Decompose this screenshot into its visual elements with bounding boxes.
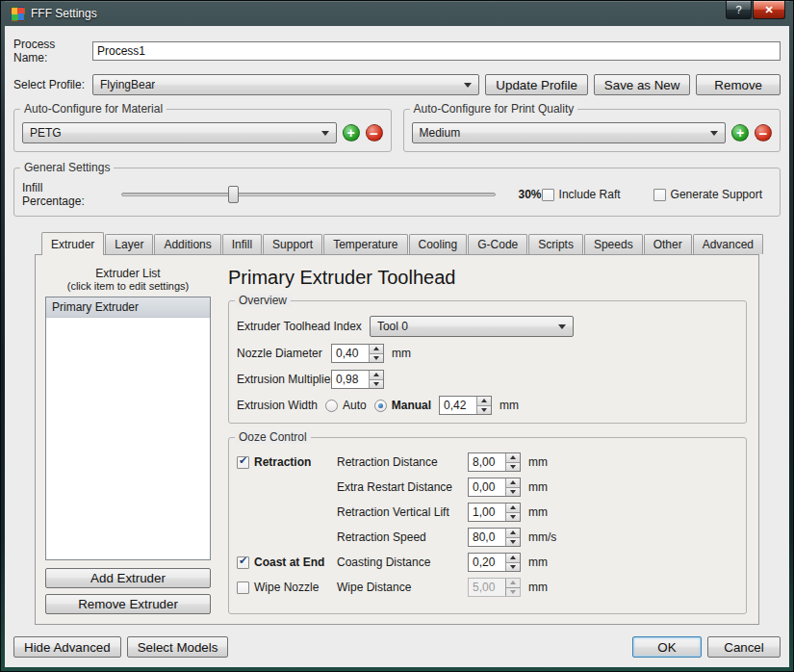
- spin-up-button[interactable]: [506, 453, 520, 462]
- tab-gcode[interactable]: G-Code: [468, 234, 527, 254]
- arrow-up-icon: [373, 373, 379, 376]
- add-extruder-button[interactable]: Add Extruder: [45, 568, 211, 588]
- extra-restart-distance-label: Extra Restart Distance: [337, 480, 468, 494]
- extruder-listbox[interactable]: Primary Extruder: [45, 297, 211, 560]
- update-profile-button[interactable]: Update Profile: [485, 74, 587, 95]
- extrusion-multiplier-spinbox[interactable]: 0,98: [331, 370, 384, 389]
- extrusion-multiplier-label: Extrusion Multiplier: [237, 373, 331, 386]
- spin-down-button[interactable]: [506, 462, 520, 472]
- unit-label: mm: [392, 347, 411, 360]
- plus-icon: +: [736, 126, 744, 140]
- close-button[interactable]: ✕: [753, 1, 785, 19]
- plus-icon: +: [346, 126, 354, 140]
- extrusion-width-auto-radio[interactable]: Auto: [325, 399, 367, 412]
- arrow-up-icon: [510, 530, 516, 534]
- remove-profile-button[interactable]: Remove: [696, 74, 781, 95]
- extruder-list-column: Extruder List (click item to edit settin…: [45, 267, 211, 614]
- retraction-speed-spinbox[interactable]: 80,0: [468, 528, 521, 547]
- tab-support[interactable]: Support: [263, 234, 322, 254]
- list-item[interactable]: Primary Extruder: [46, 297, 210, 318]
- tab-layer[interactable]: Layer: [105, 234, 153, 254]
- infill-slider-handle[interactable]: [228, 186, 239, 203]
- hide-advanced-button[interactable]: Hide Advanced: [13, 636, 121, 658]
- retraction-vertical-lift-spinbox[interactable]: 1,00: [468, 503, 521, 522]
- tab-advanced[interactable]: Advanced: [693, 234, 763, 254]
- fff-settings-window: FFF Settings ? ✕ Process Name: Select Pr…: [0, 0, 794, 672]
- auto-material-group: Auto-Configure for Material PETG + −: [13, 109, 392, 152]
- select-profile-label: Select Profile:: [13, 78, 87, 91]
- tab-scripts[interactable]: Scripts: [528, 234, 583, 254]
- spin-up-button[interactable]: [506, 529, 520, 537]
- retraction-checkbox[interactable]: ✔ Retraction: [237, 455, 337, 469]
- arrow-up-icon: [373, 347, 379, 350]
- tab-extruder[interactable]: Extruder: [41, 232, 104, 255]
- toolhead-index-select[interactable]: Tool 0: [370, 316, 574, 337]
- extra-restart-distance-spinbox[interactable]: 0,00: [468, 478, 521, 497]
- nozzle-diameter-spinbox[interactable]: 0,40: [331, 344, 384, 363]
- unit-label: mm: [528, 505, 548, 519]
- cancel-button[interactable]: Cancel: [707, 636, 781, 658]
- tab-infill[interactable]: Infill: [222, 234, 262, 254]
- auto-quality-title: Auto-Configure for Print Quality: [410, 102, 578, 116]
- quality-select[interactable]: Medium: [412, 122, 727, 143]
- spin-up-button[interactable]: [370, 345, 383, 353]
- coast-at-end-checkbox[interactable]: ✔ Coast at End: [237, 556, 337, 569]
- chevron-down-icon: [464, 83, 472, 88]
- minus-icon: −: [759, 126, 768, 141]
- material-select[interactable]: PETG: [22, 122, 337, 143]
- remove-extruder-button[interactable]: Remove Extruder: [45, 594, 211, 614]
- remove-material-button[interactable]: −: [366, 124, 383, 142]
- retraction-distance-spinbox[interactable]: 8,00: [468, 452, 521, 472]
- spin-up-button[interactable]: [506, 478, 520, 487]
- overview-title: Overview: [235, 294, 291, 307]
- spin-down-button[interactable]: [506, 562, 520, 572]
- coasting-distance-spinbox[interactable]: 0,20: [468, 553, 521, 572]
- spin-down-button[interactable]: [370, 353, 383, 363]
- coasting-distance-label: Coasting Distance: [337, 556, 468, 569]
- infill-slider[interactable]: [121, 185, 496, 204]
- add-quality-button[interactable]: +: [731, 124, 749, 142]
- toolhead-index-label: Extruder Toolhead Index: [237, 320, 362, 333]
- add-material-button[interactable]: +: [343, 124, 360, 142]
- spin-down-button: [506, 587, 520, 597]
- radio-circle: [325, 400, 338, 412]
- retraction-vertical-lift-label: Retraction Vertical Lift: [337, 505, 468, 519]
- ooze-control-group: Ooze Control ✔ Retraction Retraction Dis…: [228, 437, 747, 614]
- save-as-new-button[interactable]: Save as New: [594, 74, 691, 95]
- tab-other[interactable]: Other: [644, 234, 692, 254]
- select-models-button[interactable]: Select Models: [127, 636, 229, 658]
- general-settings-title: General Settings: [20, 161, 114, 174]
- tab-temperature[interactable]: Temperature: [323, 234, 407, 254]
- spin-up-button[interactable]: [506, 554, 520, 562]
- nozzle-diameter-label: Nozzle Diameter: [237, 347, 331, 360]
- ok-button[interactable]: OK: [632, 636, 702, 658]
- help-button[interactable]: ?: [726, 1, 752, 19]
- tab-cooling[interactable]: Cooling: [409, 234, 468, 254]
- remove-quality-button[interactable]: −: [755, 124, 772, 142]
- checkbox-box: ✔: [237, 456, 249, 469]
- help-icon: ?: [735, 4, 741, 15]
- arrow-down-icon: [510, 515, 516, 519]
- spin-down-button[interactable]: [477, 405, 491, 415]
- spin-down-button[interactable]: [506, 512, 520, 522]
- spin-down-button[interactable]: [370, 379, 383, 389]
- arrow-up-icon: [510, 581, 516, 584]
- profile-select[interactable]: FlyingBear: [92, 74, 479, 95]
- tab-additions[interactable]: Additions: [154, 234, 220, 254]
- include-raft-checkbox[interactable]: Include Raft: [542, 188, 621, 201]
- spin-down-button[interactable]: [506, 537, 520, 547]
- wipe-nozzle-checkbox[interactable]: Wipe Nozzle: [237, 581, 337, 594]
- generate-support-checkbox[interactable]: Generate Support: [653, 188, 762, 201]
- tab-speeds[interactable]: Speeds: [584, 234, 643, 254]
- spin-up-button[interactable]: [506, 504, 520, 512]
- titlebar[interactable]: FFF Settings ? ✕: [5, 1, 789, 26]
- unit-label: mm: [528, 455, 548, 469]
- process-name-input[interactable]: [92, 41, 781, 61]
- spin-up-button[interactable]: [370, 371, 383, 379]
- extrusion-width-spinbox[interactable]: 0,42: [439, 396, 492, 415]
- extrusion-width-manual-radio[interactable]: Manual: [374, 399, 431, 412]
- spin-down-button[interactable]: [506, 487, 520, 497]
- spin-up-button[interactable]: [477, 397, 491, 405]
- slider-track[interactable]: [121, 193, 496, 196]
- infill-percentage-label: Infill Percentage:: [22, 181, 108, 208]
